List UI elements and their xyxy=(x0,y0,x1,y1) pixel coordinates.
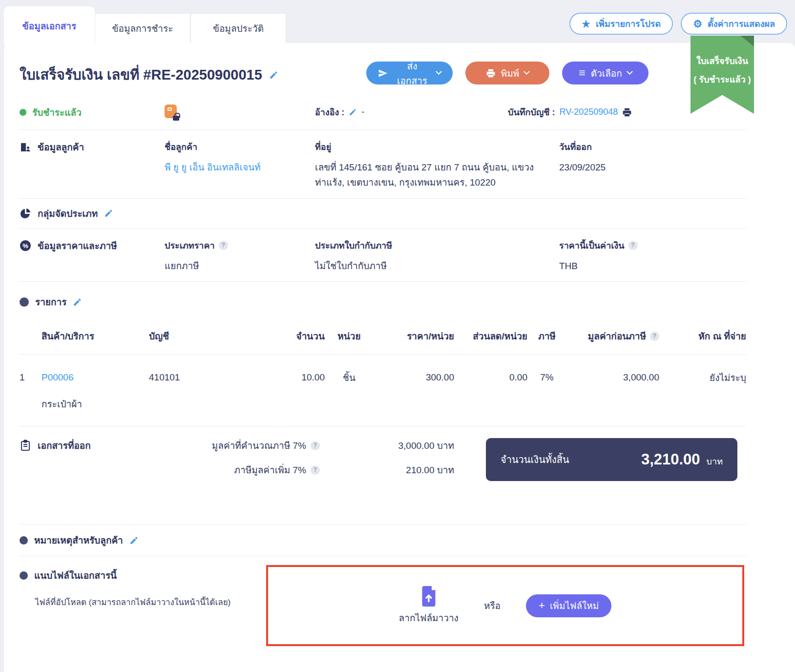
items-table-header: สินค้า/บริการ บัญชี จำนวน หน่วย ราคา/หน่… xyxy=(20,321,746,355)
section-bullet-icon xyxy=(20,536,28,545)
chevron-down-icon xyxy=(627,68,633,75)
price-type-label: ประเภทราคา xyxy=(165,238,215,252)
file-drop-zone[interactable]: ลากไฟล์มาวาง หรือ + เพิ่มไฟล์ใหม่ xyxy=(266,565,744,646)
col-product: สินค้า/บริการ xyxy=(42,329,149,343)
locked-document-icon xyxy=(165,105,178,120)
pre-tax-value: 3,000.00 xyxy=(566,372,659,383)
customer-name-field: ชื่อลูกค้า พี ยู ยู เอ็น อินเทลลิเจนท์ xyxy=(165,140,315,175)
edit-reference-icon[interactable] xyxy=(349,108,357,116)
currency-label: ราคานี้เป็นค่าเงิน xyxy=(559,238,625,252)
grand-total-label: จำนวนเงินทั้งสิ้น xyxy=(501,452,569,467)
tax-invoice-type-field: ประเภทใบกำกับภาษี ไม่ใช่ใบกำกับภาษี xyxy=(315,238,559,273)
col-quantity: จำนวน xyxy=(271,329,325,343)
customer-icon xyxy=(20,141,31,153)
reference-value: - xyxy=(361,107,364,117)
tab-history-info[interactable]: ข้อมูลประวัติ xyxy=(190,13,286,43)
tab-document-info[interactable]: ข้อมูลเอกสาร xyxy=(4,6,95,45)
print-journal-icon[interactable] xyxy=(622,107,632,117)
edit-classification-icon[interactable] xyxy=(104,209,113,218)
vat-base-value: 3,000.00 บาท xyxy=(320,438,454,453)
status-row: รับชำระแล้ว อ้างอิง : - บันทึกบัญชี : RV… xyxy=(4,101,795,129)
price-type-field: ประเภทราคา ? แยกภาษี xyxy=(165,238,315,273)
grand-total-unit: บาท xyxy=(707,454,723,468)
customer-address-field: ที่อยู่ เลขที่ 145/161 ซอย คู้บอน 27 แยก… xyxy=(315,140,559,190)
vat-base-label: มูลค่าที่คำนวณภาษี 7% xyxy=(212,438,306,453)
edit-notes-icon[interactable] xyxy=(129,536,139,545)
customer-section: ข้อมูลลูกค้า ชื่อลูกค้า พี ยู ยู เอ็น อิ… xyxy=(4,130,795,198)
classification-label: กลุ่มจัดประเภท xyxy=(38,206,98,221)
edit-title-icon[interactable] xyxy=(269,70,278,80)
help-icon[interactable]: ? xyxy=(650,332,659,341)
help-icon[interactable]: ? xyxy=(219,241,228,250)
drag-drop-target[interactable]: ลากไฟล์มาวาง xyxy=(399,586,459,625)
edit-items-icon[interactable] xyxy=(73,297,82,307)
journal-link[interactable]: RV-202509048 xyxy=(559,107,618,117)
issue-date-value: 23/09/2025 xyxy=(559,160,746,175)
summary-section-title: เอกสารที่ออก xyxy=(20,438,144,453)
unit-price-value: 300.00 xyxy=(374,372,454,383)
col-pre-tax: มูลค่าก่อนภาษี ? xyxy=(566,329,659,343)
page-title: ใบเสร็จรับเงิน เลขที่ #RE-20250900015 xyxy=(20,63,262,86)
items-table: สินค้า/บริการ บัญชี จำนวน หน่วย ราคา/หน่… xyxy=(4,309,795,411)
clipboard-icon xyxy=(20,440,31,451)
tax-value: 7% xyxy=(527,372,566,383)
journal-label: บันทึกบัญชี : xyxy=(508,105,555,119)
send-document-label: ส่งเอกสาร xyxy=(393,59,431,88)
add-file-label: เพิ่มไฟล์ใหม่ xyxy=(550,598,599,613)
col-account: บัญชี xyxy=(149,329,271,343)
vat-value: 210.00 บาท xyxy=(320,462,454,477)
currency-field: ราคานี้เป็นค่าเงิน ? THB xyxy=(559,238,746,273)
summary-section-label: เอกสารที่ออก xyxy=(38,438,91,453)
issue-date-label: วันที่ออก xyxy=(559,140,746,154)
send-document-button[interactable]: ส่งเอกสาร xyxy=(366,62,453,84)
price-type-value: แยกภาษี xyxy=(165,258,315,273)
pie-chart-icon xyxy=(20,208,31,219)
quantity-value: 10.00 xyxy=(271,372,325,383)
col-unit-price: ราคา/หน่วย xyxy=(374,329,454,343)
top-tab-bar: ข้อมูลเอกสาร ข้อมูลการชำระ ข้อมูลประวัติ… xyxy=(0,0,795,43)
add-file-button[interactable]: + เพิ่มไฟล์ใหม่ xyxy=(526,594,611,617)
gear-icon: ⚙ xyxy=(693,19,702,29)
print-button[interactable]: พิมพ์ xyxy=(465,62,549,84)
notes-section: หมายเหตุสำหรับลูกค้า xyxy=(4,525,795,556)
svg-text:%: % xyxy=(22,242,28,250)
customer-address-label: ที่อยู่ xyxy=(315,140,559,154)
currency-value: THB xyxy=(559,258,746,273)
header-actions: ★ เพิ่มรายการโปรด ⚙ ตั้งค่าการแสดงผล xyxy=(569,13,787,35)
plus-icon: + xyxy=(539,600,545,611)
journal-field: บันทึกบัญชี : RV-202509048 xyxy=(508,105,746,119)
account-code: 410101 xyxy=(149,372,271,383)
unit-value: ชิ้น xyxy=(325,370,374,385)
summary-section: เอกสารที่ออก มูลค่าที่คำนวณภาษี 7% ? ภาษ… xyxy=(4,426,795,524)
options-label: ตัวเลือก xyxy=(591,66,622,81)
display-settings-label: ตั้งค่าการแสดงผล xyxy=(708,17,775,31)
document-header: ใบเสร็จรับเงิน เลขที่ #RE-20250900015 ส่… xyxy=(4,43,795,101)
drop-file-label: ลากไฟล์มาวาง xyxy=(399,610,459,625)
help-icon[interactable]: ? xyxy=(628,241,638,250)
table-row: 1 P00006 410101 10.00 ชิ้น 300.00 0.00 7… xyxy=(20,355,746,385)
customer-section-title: ข้อมูลลูกค้า xyxy=(20,140,165,154)
help-icon[interactable]: ? xyxy=(311,441,320,450)
status-label: รับชำระแล้ว xyxy=(32,105,82,120)
reference-field: อ้างอิง : - xyxy=(315,105,508,119)
paper-plane-icon xyxy=(378,68,388,78)
pricing-section-title: % ข้อมูลราคาและภาษี xyxy=(20,238,165,253)
col-withholding: หัก ณ ที่จ่าย xyxy=(659,329,746,343)
grand-total-box: จำนวนเงินทั้งสิ้น 3,210.00 บาท xyxy=(486,438,737,481)
tab-payment-info[interactable]: ข้อมูลการชำระ xyxy=(95,13,190,43)
tab-label: ข้อมูลเอกสาร xyxy=(22,19,76,33)
options-button[interactable]: ≡ ตัวเลือก xyxy=(562,62,649,84)
customer-name-link[interactable]: พี ยู ยู เอ็น อินเทลลิเจนท์ xyxy=(165,162,261,172)
help-icon[interactable]: ? xyxy=(311,465,320,475)
document-card: ใบเสร็จรับเงิน ( รับชำระแล้ว ) ใบเสร็จรั… xyxy=(4,43,795,672)
tab-label: ข้อมูลการชำระ xyxy=(112,21,173,36)
customer-address-value: เลขที่ 145/161 ซอย คู้บอน 27 แยก 7 ถนน ค… xyxy=(315,160,544,190)
display-settings-button[interactable]: ⚙ ตั้งค่าการแสดงผล xyxy=(681,13,787,35)
product-code-link[interactable]: P00006 xyxy=(42,372,74,382)
add-favorite-button[interactable]: ★ เพิ่มรายการโปรด xyxy=(569,13,673,35)
items-section-label: รายการ xyxy=(35,294,66,309)
pricing-section: % ข้อมูลราคาและภาษี ประเภทราคา ? แยกภาษี… xyxy=(4,229,795,281)
item-description: กระเป๋าผ้า xyxy=(42,397,746,411)
notes-section-label: หมายเหตุสำหรับลูกค้า xyxy=(34,533,123,547)
ribbon-fold xyxy=(740,36,754,46)
